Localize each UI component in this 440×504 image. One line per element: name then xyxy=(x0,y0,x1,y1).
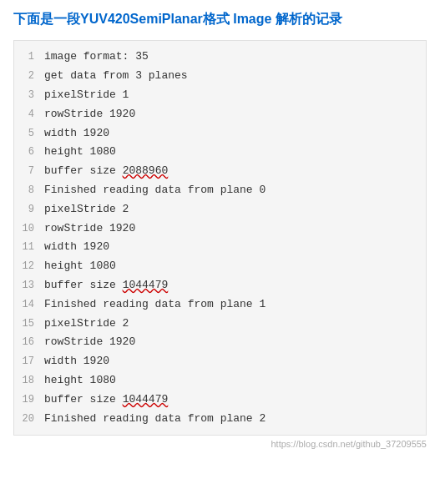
line-number: 20 xyxy=(14,411,44,427)
line-number: 15 xyxy=(14,316,44,332)
line-number: 12 xyxy=(14,259,44,275)
line-number: 11 xyxy=(14,239,44,255)
line-number: 8 xyxy=(14,183,44,199)
line-number: 3 xyxy=(14,88,44,103)
code-block: 1image format: 352get data from 3 planes… xyxy=(13,40,427,436)
line-number: 9 xyxy=(14,202,44,218)
table-row: 3pixelStride 1 xyxy=(14,86,426,105)
line-content: width 1920 xyxy=(44,353,426,370)
line-content: Finished reading data from plane 2 xyxy=(44,411,426,428)
page-title: 下面是一段YUV420SemiPlanar格式 Image 解析的记录 xyxy=(13,10,427,28)
table-row: 13buffer size 1044479 xyxy=(14,276,426,295)
line-content: buffer size 2088960 xyxy=(44,163,426,180)
line-content: Finished reading data from plane 0 xyxy=(44,182,426,199)
line-content: pixelStride 2 xyxy=(44,315,426,333)
line-number: 19 xyxy=(14,392,44,408)
table-row: 9pixelStride 2 xyxy=(14,200,426,219)
highlighted-value: 1044479 xyxy=(123,279,169,291)
line-content: buffer size 1044479 xyxy=(44,391,426,409)
line-number: 10 xyxy=(14,221,44,237)
table-row: 20Finished reading data from plane 2 xyxy=(14,410,426,429)
highlighted-value: 1044479 xyxy=(123,393,169,406)
line-number: 14 xyxy=(14,297,44,313)
line-content: buffer size 1044479 xyxy=(44,277,426,295)
line-content: image format: 35 xyxy=(44,48,426,66)
line-number: 18 xyxy=(14,373,44,389)
table-row: 6height 1080 xyxy=(14,143,426,162)
line-content: width 1920 xyxy=(44,125,426,143)
line-number: 13 xyxy=(14,278,44,294)
line-content: rowStride 1920 xyxy=(44,106,426,123)
table-row: 4rowStride 1920 xyxy=(14,105,426,124)
table-row: 17width 1920 xyxy=(14,352,426,371)
line-number: 7 xyxy=(14,164,44,179)
line-content: pixelStride 2 xyxy=(44,201,426,219)
line-content: get data from 3 planes xyxy=(44,68,426,85)
line-content: width 1920 xyxy=(44,239,426,256)
line-number: 5 xyxy=(14,126,44,142)
table-row: 16rowStride 1920 xyxy=(14,333,426,352)
table-row: 10rowStride 1920 xyxy=(14,219,426,239)
line-number: 2 xyxy=(14,68,44,84)
table-row: 2get data from 3 planes xyxy=(14,67,426,86)
watermark: https://blog.csdn.net/github_37209555 xyxy=(13,439,427,449)
highlighted-value: 2088960 xyxy=(123,164,169,177)
table-row: 19buffer size 1044479 xyxy=(14,391,426,410)
line-content: Finished reading data from plane 1 xyxy=(44,296,426,314)
line-content: rowStride 1920 xyxy=(44,334,426,351)
table-row: 18height 1080 xyxy=(14,371,426,391)
table-row: 8Finished reading data from plane 0 xyxy=(14,181,426,200)
line-content: height 1080 xyxy=(44,372,426,390)
table-row: 1image format: 35 xyxy=(14,48,426,67)
table-row: 14Finished reading data from plane 1 xyxy=(14,295,426,315)
line-content: height 1080 xyxy=(44,144,426,161)
line-content: rowStride 1920 xyxy=(44,220,426,238)
line-number: 1 xyxy=(14,49,44,65)
line-content: pixelStride 1 xyxy=(44,87,426,104)
line-number: 4 xyxy=(14,107,44,123)
line-number: 17 xyxy=(14,354,44,370)
table-row: 5width 1920 xyxy=(14,124,426,144)
table-row: 12height 1080 xyxy=(14,257,426,276)
line-number: 16 xyxy=(14,335,44,350)
table-row: 11width 1920 xyxy=(14,238,426,257)
table-row: 7buffer size 2088960 xyxy=(14,162,426,181)
line-number: 6 xyxy=(14,144,44,160)
table-row: 15pixelStride 2 xyxy=(14,315,426,334)
line-content: height 1080 xyxy=(44,258,426,275)
